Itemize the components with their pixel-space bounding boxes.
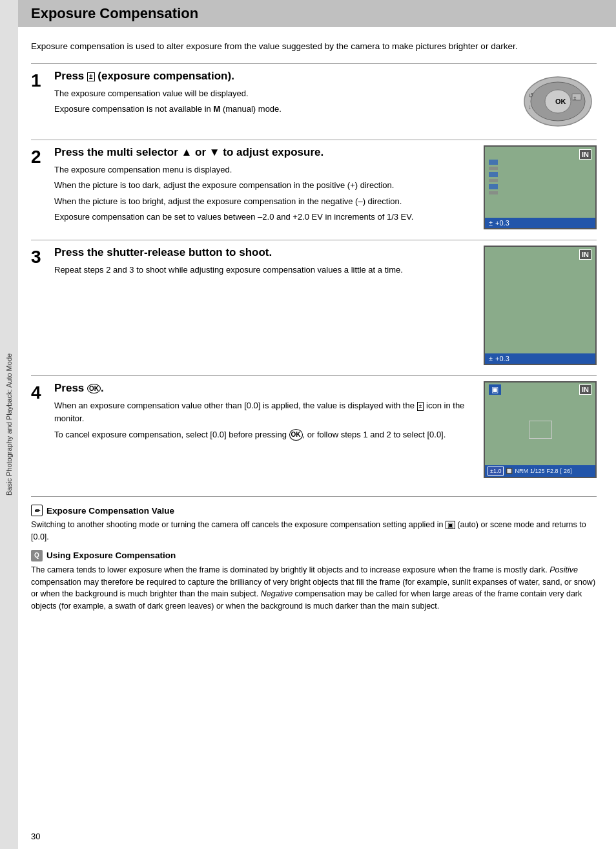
sidebar: Basic Photography and Playback: Auto Mod… [0,0,18,849]
svg-text:±: ± [573,95,577,101]
ok-icon-header: OK [87,384,101,393]
step-2: 2 Press the multi selector ▲ or ▼ to adj… [31,145,597,235]
step-4-text: Press OK. When an exposure compensation … [54,381,471,444]
step-1: 1 Press ± (exposure compensation). The e… [31,69,597,134]
step-2-content: Press the multi selector ▲ or ▼ to adjus… [54,145,597,235]
lcd-bottom-3: ± +0.3 [485,353,595,364]
intro-text: Exposure compensation is used to alter e… [31,40,597,53]
note-2-title-text: Using Exposure Compensation [46,550,176,560]
step-4-number: 4 [31,384,54,483]
lcd-value-3: +0.3 [495,355,509,362]
step-2-para-1: The exposure compensation menu is displa… [54,163,471,176]
notes-section: ✏ Exposure Compensation Value Switching … [31,496,597,613]
step-1-image: OK ± ↺ ↓ [519,69,597,129]
step-4-para-2: To cancel exposure compensation, select … [54,428,471,441]
step-4-image: ▣ IN ±1.0 🔲 NRM 1/125 F2.8 [ [484,381,597,478]
sidebar-label: Basic Photography and Playback: Auto Mod… [5,353,13,496]
divider-1 [31,63,597,64]
step-4-body: When an exposure compensation value othe… [54,399,471,441]
step-2-body: The exposure compensation menu is displa… [54,163,471,224]
lcd-corner-icon-2: IN [579,149,591,160]
lcd-exp-icon-2: ± [489,219,493,227]
step-3-para-1: Repeat steps 2 and 3 to shoot while adju… [54,264,471,277]
step-4-row: Press OK. When an exposure compensation … [54,381,597,478]
note-2-title: Q Using Exposure Compensation [31,550,597,561]
page-container: Basic Photography and Playback: Auto Mod… [0,0,616,849]
step-1-text: Press ± (exposure compensation). The exp… [54,69,506,118]
step-2-row: Press the multi selector ▲ or ▼ to adjus… [54,145,597,229]
q-icon: Q [31,550,43,561]
step-3-row: Press the shutter-release button to shoo… [54,246,597,365]
exp-comp-icon-1: ± [87,72,95,81]
step-1-body: The exposure compensation value will be … [54,87,506,116]
step-2-header: Press the multi selector ▲ or ▼ to adjus… [54,145,471,160]
lcd-final-bottom: ±1.0 🔲 NRM 1/125 F2.8 [ 26] [485,465,595,477]
step-1-header: Press ± (exposure compensation). [54,69,506,83]
camera-svg: OK ± ↺ ↓ [519,69,597,127]
note-1-text: Switching to another shooting mode or tu… [31,519,597,543]
step-3: 3 Press the shutter-release button to sh… [31,246,597,370]
step-1-content: Press ± (exposure compensation). The exp… [54,69,597,134]
lcd-exp-icon-3: ± [489,355,493,362]
lcd-final-aperture: F2.8 [546,468,558,474]
lcd-step3: IN ± +0.3 [484,246,597,365]
step-3-text: Press the shutter-release button to shoo… [54,246,471,279]
svg-text:OK: OK [555,98,566,105]
note-1-title-text: Exposure Compensation Value [46,506,174,516]
step-2-number: 2 [31,148,54,235]
main-content: Exposure Compensation Exposure compensat… [18,0,616,849]
lcd-final-count: 26] [564,468,572,474]
step-2-para-2: When the picture is too dark, adjust the… [54,179,471,192]
note-2: Q Using Exposure Compensation The camera… [31,550,597,613]
lcd-final-norm: NRM [515,468,528,474]
step-4-content: Press OK. When an exposure compensation … [54,381,597,483]
page-title: Exposure Compensation [31,5,603,22]
step-3-image: IN ± +0.3 [484,246,597,365]
lcd-step2: IN ± +0.3 [484,145,597,229]
step-3-body: Repeat steps 2 and 3 to shoot while adju… [54,264,471,277]
step-1-para-1: The exposure compensation value will be … [54,87,506,100]
lcd-corner-icon-3: IN [579,249,591,260]
lcd-focus-bracket [529,421,552,439]
step-1-para-2: Exposure compensation is not available i… [54,103,506,116]
lcd-final-top: ▣ IN [485,383,595,397]
note-1: ✏ Exposure Compensation Value Switching … [31,505,597,543]
divider-3 [31,240,597,240]
divider-2 [31,140,597,140]
step-1-row: Press ± (exposure compensation). The exp… [54,69,597,129]
divider-4 [31,375,597,376]
step-4: 4 Press OK. When an exposure compensatio… [31,381,597,483]
exp-icon-inline: ± [417,402,424,411]
lcd-final-shutter: 1/125 [530,468,545,474]
step-4-para-1: When an exposure compensation value othe… [54,399,471,425]
lcd-indicators-2 [489,160,498,194]
step-3-content: Press the shutter-release button to shoo… [54,246,597,370]
lcd-value-2: +0.3 [495,219,509,227]
step-3-number: 3 [31,248,54,370]
note-1-title: ✏ Exposure Compensation Value [31,505,597,516]
note-2-text: The camera tends to lower exposure when … [31,564,597,613]
step-3-header: Press the shutter-release button to shoo… [54,246,471,260]
title-bar: Exposure Compensation [18,0,616,27]
ok-icon-inline: OK [289,429,303,441]
lcd-cam-icon: ▣ [489,384,501,395]
step-2-para-4: Exposure compensation can be set to valu… [54,211,471,224]
step-2-image: IN ± +0.3 [484,145,597,229]
pencil-icon: ✏ [31,505,43,516]
svg-text:↺: ↺ [528,92,533,99]
lcd-final-cam-icon2: 🔲 [506,468,513,474]
page-number: 30 [31,832,40,841]
step-1-number: 1 [31,72,54,134]
lcd-bottom-2: ± +0.3 [485,218,595,228]
step-2-text: Press the multi selector ▲ or ▼ to adjus… [54,145,471,226]
lcd-final-bracket2: [ [560,468,562,474]
auto-icon: ▣ [446,521,455,529]
step-4-header: Press OK. [54,381,471,395]
svg-text:↓: ↓ [528,103,531,110]
lcd-step4: ▣ IN ±1.0 🔲 NRM 1/125 F2.8 [ [484,381,597,478]
lcd-corner-icon-4: IN [579,384,591,395]
lcd-final-exp: ±1.0 [488,466,504,476]
step-2-para-3: When the picture is too bright, adjust t… [54,195,471,208]
